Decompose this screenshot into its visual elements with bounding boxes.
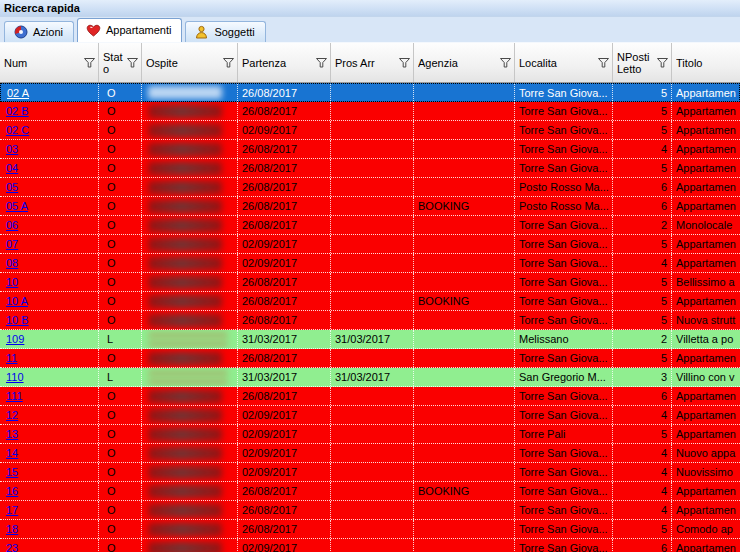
column-header-localita[interactable]: Localita	[515, 43, 613, 82]
apartment-number-link[interactable]: 10 B	[6, 314, 29, 326]
tab-appartamenti[interactable]: Appartamenti	[77, 18, 182, 42]
table-row[interactable]: 13O02/09/2017Torre Pali5Appartamen	[0, 425, 740, 444]
table-row[interactable]: 18O26/08/2017Torre San Giova...5Comodo a…	[0, 520, 740, 539]
filter-funnel-icon[interactable]	[223, 58, 234, 68]
cell-localita: Torre San Giova...	[515, 444, 613, 462]
apartment-number-link[interactable]: 02 A	[7, 87, 29, 99]
cell-titolo: Appartamen	[672, 406, 740, 424]
table-row[interactable]: 04O26/08/2017Torre San Giova...5Appartam…	[0, 159, 740, 178]
apartment-number-link[interactable]: 02 B	[6, 105, 29, 117]
apartment-number-link[interactable]: 16	[6, 485, 18, 497]
table-row[interactable]: 10 BO26/08/2017Torre San Giova...5Nuova …	[0, 311, 740, 330]
apartment-number-link[interactable]: 14	[6, 447, 18, 459]
table-row[interactable]: 02 AO26/08/2017Torre San Giova...5Appart…	[0, 83, 740, 102]
cell-nposti: 5	[613, 102, 672, 120]
cell-pros_arr	[331, 273, 414, 291]
table-row[interactable]: 05 AO26/08/2017BOOKINGPosto Rosso Ma...6…	[0, 197, 740, 216]
table-row[interactable]: 110L31/03/201731/03/2017San Gregorio M..…	[0, 368, 740, 387]
table-row[interactable]: 10 AO26/08/2017BOOKINGTorre San Giova...…	[0, 292, 740, 311]
apartment-number-link[interactable]: 15	[6, 466, 18, 478]
apartment-number-link[interactable]: 10	[6, 276, 18, 288]
cell-num: 10 B	[0, 311, 99, 329]
apartment-number-link[interactable]: 109	[6, 333, 24, 345]
filter-funnel-icon[interactable]	[399, 58, 410, 68]
apartment-number-link[interactable]: 13	[6, 428, 18, 440]
column-header-pros_arr[interactable]: Pros Arr	[331, 43, 414, 82]
filter-funnel-icon[interactable]	[316, 58, 327, 68]
apartment-number-link[interactable]: 18	[6, 523, 18, 535]
cell-pros_arr	[331, 140, 414, 158]
cell-partenza: 31/03/2017	[238, 368, 331, 386]
cell-pros_arr	[331, 387, 414, 405]
column-header-nposti[interactable]: NPosti Letto	[613, 43, 672, 82]
filter-funnel-icon[interactable]	[657, 58, 668, 68]
cell-titolo: Nuova strutt	[672, 311, 740, 329]
table-row[interactable]: 23O02/09/2017Torre San Giova...6Appartam…	[0, 539, 740, 552]
column-header-ospite[interactable]: Ospite	[142, 43, 238, 82]
apartment-number-link[interactable]: 02 C	[6, 124, 29, 136]
redacted-guest-name	[148, 162, 222, 175]
apartment-number-link[interactable]: 05	[6, 181, 18, 193]
redacted-guest-name	[148, 105, 222, 118]
cell-titolo: Appartamen	[672, 84, 740, 101]
apartment-number-link[interactable]: 08	[6, 257, 18, 269]
filter-funnel-icon[interactable]	[84, 58, 95, 68]
cell-num: 10	[0, 273, 99, 291]
filter-funnel-icon[interactable]	[598, 58, 609, 68]
table-row[interactable]: 02 BO26/08/2017Torre San Giova...5Appart…	[0, 102, 740, 121]
cell-localita: Torre San Giova...	[515, 539, 613, 552]
tab-soggetti[interactable]: Soggetti	[185, 21, 265, 42]
cell-nposti: 5	[613, 235, 672, 253]
cell-pros_arr	[331, 178, 414, 196]
tab-azioni[interactable]: Azioni	[4, 21, 74, 42]
redacted-guest-name	[148, 466, 222, 479]
table-row[interactable]: 17O26/08/2017Torre San Giova...4Appartam…	[0, 501, 740, 520]
cell-agenzia	[414, 121, 515, 139]
table-row[interactable]: 11O26/08/2017Torre San Giova...5Appartam…	[0, 349, 740, 368]
redacted-guest-name	[148, 238, 222, 251]
column-header-num[interactable]: Num	[0, 43, 99, 82]
filter-funnel-icon[interactable]	[500, 58, 511, 68]
apartment-number-link[interactable]: 17	[6, 504, 18, 516]
column-header-agenzia[interactable]: Agenzia	[414, 43, 515, 82]
apartment-number-link[interactable]: 04	[6, 162, 18, 174]
table-row[interactable]: 14O02/09/2017Torre San Giova...4Nuovo ap…	[0, 444, 740, 463]
redacted-guest-name	[148, 523, 222, 536]
table-row[interactable]: 12O02/09/2017Torre San Giova...4Appartam…	[0, 406, 740, 425]
table-row[interactable]: 16O26/08/2017BOOKINGTorre San Giova...4A…	[0, 482, 740, 501]
table-row[interactable]: 05O26/08/2017Posto Rosso Ma...6Appartame…	[0, 178, 740, 197]
cell-pros_arr	[331, 159, 414, 177]
filter-funnel-icon[interactable]	[127, 58, 138, 68]
column-header-titolo[interactable]: Titolo	[672, 43, 740, 82]
apartment-number-link[interactable]: 07	[6, 238, 18, 250]
column-header-partenza[interactable]: Partenza	[238, 43, 331, 82]
apartment-number-link[interactable]: 23	[6, 542, 18, 552]
apartment-number-link[interactable]: 110	[6, 371, 24, 383]
table-row[interactable]: 06O26/08/2017Torre San Giova...2Monoloca…	[0, 216, 740, 235]
apartment-number-link[interactable]: 111	[6, 390, 23, 402]
cell-num: 15	[0, 463, 99, 481]
table-row[interactable]: 07O02/09/2017Torre San Giova...5Appartam…	[0, 235, 740, 254]
cell-agenzia	[414, 387, 515, 405]
table-row[interactable]: 109L31/03/201731/03/2017Melissano2Villet…	[0, 330, 740, 349]
table-row[interactable]: 15O02/09/2017Torre San Giova...4Nuovissi…	[0, 463, 740, 482]
column-label: Agenzia	[418, 57, 498, 69]
cell-stato: O	[99, 463, 142, 481]
table-row[interactable]: 08O02/09/2017Torre San Giova...4Appartam…	[0, 254, 740, 273]
cell-nposti: 2	[613, 216, 672, 234]
apartment-number-link[interactable]: 12	[6, 409, 18, 421]
cell-partenza: 02/09/2017	[238, 254, 331, 272]
cell-stato: O	[99, 539, 142, 552]
table-row[interactable]: 10O26/08/2017Torre San Giova...5Bellissi…	[0, 273, 740, 292]
apartment-number-link[interactable]: 03	[6, 143, 18, 155]
cell-titolo: Nuovissimo	[672, 463, 740, 481]
column-header-stato[interactable]: Stato	[99, 43, 142, 82]
apartment-number-link[interactable]: 06	[6, 219, 18, 231]
table-row[interactable]: 03O26/08/2017Torre San Giova...4Appartam…	[0, 140, 740, 159]
cell-pros_arr	[331, 539, 414, 552]
apartment-number-link[interactable]: 05 A	[6, 200, 28, 212]
apartment-number-link[interactable]: 10 A	[6, 295, 28, 307]
apartment-number-link[interactable]: 11	[6, 352, 17, 364]
table-row[interactable]: 02 CO02/09/2017Torre San Giova...5Appart…	[0, 121, 740, 140]
table-row[interactable]: 111O26/08/2017Torre San Giova...6Apparta…	[0, 387, 740, 406]
